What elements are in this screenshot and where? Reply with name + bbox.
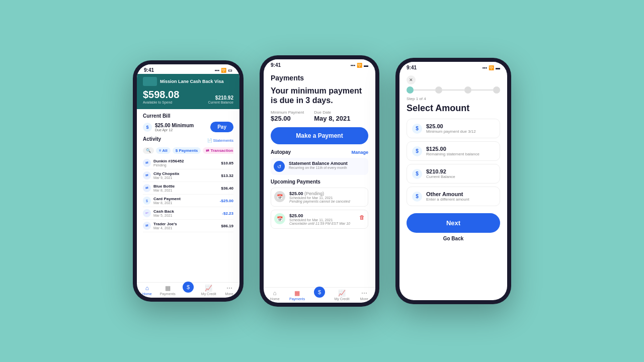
search-filter[interactable]: 🔍 — [143, 147, 154, 154]
nav-more[interactable]: ⋯ More — [219, 285, 239, 296]
table-row: $ Card Payment Mar 8, 2021 -$25.00 — [143, 195, 233, 207]
card-name: Mission Lane Cash Back Visa — [160, 79, 223, 84]
statements-label: Statements — [213, 138, 233, 143]
autopay-header: Autopay Manage — [271, 149, 368, 155]
go-back-link[interactable]: Go Back — [407, 236, 500, 241]
amount-option-1[interactable]: $ $125.00 Remaining statement balance — [407, 141, 500, 161]
phone1-time: 9:41 — [144, 67, 154, 73]
transactions-list: ⇄ Dunkin #356452 Pending $10.85 ⇄ — [143, 157, 233, 232]
phone3-status-icons: ▪▪▪ 🛜 ▬ — [482, 65, 500, 70]
avail-label: Available to Spend — [143, 101, 179, 104]
phone1-bottom-nav: ⌂ Home ▦ Payments $ 📈 My Credit ⋯ More — [137, 282, 239, 298]
bill-due: Due Apr 12 — [155, 128, 194, 132]
prog-step-2 — [435, 86, 442, 94]
signal-icon: ▪▪▪ — [214, 68, 219, 73]
trans-amount-0: $10.85 — [221, 161, 233, 165]
autopay-icon: ↺ — [274, 161, 285, 172]
amount-details-0: $25.00 Minimum payment due 3/12 — [426, 123, 476, 134]
upcoming-amount-2: $25.00 — [289, 213, 355, 218]
amount-option-3[interactable]: $ Other Amount Enter a different amount — [407, 187, 500, 206]
amount-icon-0: $ — [412, 124, 422, 134]
amount-val-1: $125.00 — [426, 146, 479, 152]
table-row: ⇄ City Chopstix Mar 9, 2021 $13.32 — [143, 169, 233, 182]
trans-icon-1: ⇄ — [143, 171, 151, 179]
filter-payments[interactable]: $ Payments — [173, 147, 201, 154]
statements-link[interactable]: 📄 Statements — [207, 138, 233, 143]
pay-center-icon: $ — [183, 282, 194, 293]
prog-line-1 — [414, 89, 435, 90]
upcoming-amount-1: $25.00 (Pending) — [289, 191, 365, 196]
next-button[interactable]: Next — [407, 213, 500, 233]
filter-transactions[interactable]: ⇄ Transactions — [203, 147, 233, 154]
amount-details-1: $125.00 Remaining statement balance — [426, 146, 479, 156]
upcoming-payment-2: 📅 $25.00 Scheduled for Mar 11, 2021 Canc… — [271, 210, 368, 229]
phone1-header: Mission Lane Cash Back Visa $598.08 Avai… — [137, 74, 239, 109]
nav-credit[interactable]: 📈 My Credit — [198, 285, 219, 296]
upcoming-icon-1: 📅 — [274, 191, 285, 202]
nav2-credit[interactable]: 📈 My Credit — [331, 290, 353, 301]
phone3-status-bar: 9:41 ▪▪▪ 🛜 ▬ — [399, 62, 507, 71]
amount-desc-2: Current Balance — [426, 174, 455, 179]
activity-header: Activity 📄 Statements — [143, 136, 233, 145]
nav2-payments[interactable]: ▦ Payments — [286, 290, 308, 301]
trans-date-4: Mar 5, 2021 — [153, 214, 174, 217]
trans-date-5: Mar 4, 2021 — [153, 226, 177, 230]
autopay-item: ↺ Statement Balance Amount Recurring on … — [271, 158, 368, 175]
make-payment-button[interactable]: Make a Payment — [271, 127, 368, 144]
nav2-pay-center[interactable]: $ — [308, 290, 331, 301]
amount-option-2[interactable]: $ $210.92 Current Balance — [407, 164, 500, 184]
phone2-bottom-nav: ⌂ Home ▦ Payments $ 📈 My Credit ⋯ More — [264, 287, 375, 303]
phone1-status-icons: ▪▪▪ 🛜 ▭ — [214, 68, 232, 73]
delete-icon[interactable]: 🗑 — [359, 214, 365, 220]
home-icon2: ⌂ — [273, 290, 277, 297]
wifi-icon2: 🛜 — [357, 63, 362, 68]
trans-name-2: Blue Bottle — [153, 184, 175, 189]
card-chip: Mission Lane Cash Back Visa — [143, 77, 233, 86]
pay-button[interactable]: Pay — [210, 122, 233, 132]
manage-link[interactable]: Manage — [351, 150, 368, 155]
min-payment-label: Minimum Payment — [271, 110, 304, 115]
trans-date-0: Pending — [153, 163, 184, 167]
nav2-more[interactable]: ⋯ More — [353, 290, 375, 301]
trans-amount-2: $36.40 — [221, 186, 233, 191]
upcoming-amount-val-1: $25.00 — [289, 191, 304, 196]
trans-name-1: City Chopstix — [153, 171, 180, 176]
autopay-text: Statement Balance Amount Recurring on th… — [289, 161, 348, 169]
prog-step-4 — [493, 86, 500, 94]
trans-amount-1: $13.32 — [221, 173, 233, 178]
main-balance: $598.08 — [143, 89, 179, 101]
nav2-home[interactable]: ⌂ Home — [264, 290, 286, 301]
autopay-sub: Recurring on the 11th of every month — [289, 166, 348, 169]
nav-payments[interactable]: ▦ Payments — [157, 285, 178, 296]
trans-date-1: Mar 9, 2021 — [153, 176, 180, 179]
phone1-body: Current Bill $ $25.00 Minimum Due Apr 12… — [137, 109, 239, 282]
trans-amount-4: -$2.23 — [222, 211, 233, 216]
bill-dollar-icon: $ — [143, 123, 152, 132]
step-label: Step 1 of 4 — [407, 97, 500, 101]
battery-icon: ▭ — [228, 68, 232, 73]
filter-all[interactable]: ≡ All — [156, 147, 171, 154]
nav2-credit-label: My Credit — [334, 297, 349, 301]
payments-icon: ▦ — [165, 285, 171, 292]
battery-icon2: ▬ — [364, 63, 368, 68]
amount-desc-3: Enter a different amount — [426, 197, 469, 202]
nav-pay-center[interactable]: $ — [178, 285, 199, 296]
progress-bar — [407, 86, 500, 94]
battery-icon3: ▬ — [496, 65, 500, 70]
prog-line-3 — [471, 89, 493, 90]
nav2-more-label: More — [360, 297, 368, 301]
trans-name-0: Dunkin #356452 — [153, 159, 184, 163]
statements-icon: 📄 — [207, 138, 212, 143]
signal-icon3: ▪▪▪ — [482, 65, 487, 70]
close-button[interactable]: ✕ — [407, 75, 416, 84]
nav-home[interactable]: ⌂ Home — [137, 285, 157, 296]
trans-icon-5: ⇄ — [143, 222, 151, 230]
amount-option-0[interactable]: $ $25.00 Minimum payment due 3/12 — [407, 119, 500, 138]
upcoming-sched-2: Scheduled for Mar 11, 2021 — [289, 218, 355, 222]
filter-tabs: 🔍 ≡ All $ Payments ⇄ Transactions — [143, 147, 233, 154]
phone2-status-icons: ▪▪▪ 🛜 ▬ — [350, 63, 368, 68]
current-balance-value: $210.92 — [208, 95, 233, 101]
upcoming-details-1: $25.00 (Pending) Scheduled for Mar 11, 2… — [289, 191, 365, 203]
trans-icon-2: ⇄ — [143, 184, 151, 192]
trans-date-2: Mar 8, 2021 — [153, 189, 175, 192]
